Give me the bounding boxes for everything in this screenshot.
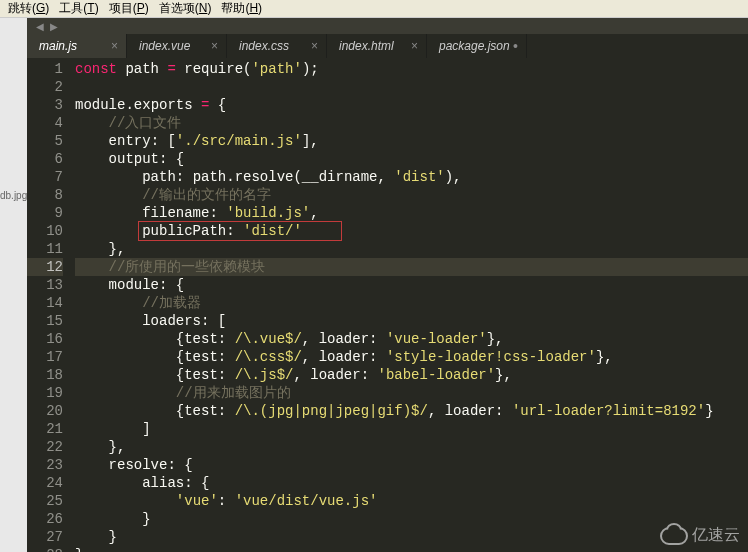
line-number: 14	[27, 294, 63, 312]
nav-back-icon[interactable]: ◀	[36, 21, 44, 32]
close-icon[interactable]: ×	[211, 39, 218, 53]
code-line[interactable]: {test: /\.(jpg|png|jpeg|gif)$/, loader: …	[75, 402, 748, 420]
code-line[interactable]: //加载器	[75, 294, 748, 312]
tab-nav-bar: ◀ ▶	[27, 18, 748, 34]
line-number: 27	[27, 528, 63, 546]
code-line[interactable]: //入口文件	[75, 114, 748, 132]
code-content[interactable]: const path = require('path');module.expo…	[75, 58, 748, 552]
nav-forward-icon[interactable]: ▶	[50, 21, 58, 32]
line-number: 11	[27, 240, 63, 258]
line-number: 20	[27, 402, 63, 420]
project-sidebar[interactable]: db.jpg	[0, 18, 27, 552]
line-number: 24	[27, 474, 63, 492]
code-line[interactable]: publicPath: 'dist/'	[75, 222, 748, 240]
code-line[interactable]: //用来加载图片的	[75, 384, 748, 402]
tab-label: main.js	[39, 39, 77, 53]
code-line[interactable]: }	[75, 510, 748, 528]
code-line[interactable]: }	[75, 528, 748, 546]
line-number: 28	[27, 546, 63, 552]
line-number: 15	[27, 312, 63, 330]
line-number: 25	[27, 492, 63, 510]
code-line[interactable]: {test: /\.css$/, loader: 'style-loader!c…	[75, 348, 748, 366]
tab-label: index.vue	[139, 39, 190, 53]
line-number: 22	[27, 438, 63, 456]
cloud-icon	[660, 527, 688, 545]
line-number: 17	[27, 348, 63, 366]
close-icon[interactable]: ×	[411, 39, 418, 53]
code-line[interactable]: ]	[75, 420, 748, 438]
code-line[interactable]: resolve: {	[75, 456, 748, 474]
code-line[interactable]: module.exports = {	[75, 96, 748, 114]
code-line[interactable]: output: {	[75, 150, 748, 168]
tab-index-vue[interactable]: index.vue×	[127, 34, 227, 58]
code-line[interactable]: {test: /\.vue$/, loader: 'vue-loader'},	[75, 330, 748, 348]
line-number: 7	[27, 168, 63, 186]
menu-item-g[interactable]: 跳转(G)	[4, 0, 53, 17]
code-line[interactable]: 'vue': 'vue/dist/vue.js'	[75, 492, 748, 510]
code-line[interactable]: loaders: [	[75, 312, 748, 330]
line-number: 10	[27, 222, 63, 240]
line-number: 5	[27, 132, 63, 150]
line-number: 4	[27, 114, 63, 132]
line-number: 18	[27, 366, 63, 384]
line-number: 9	[27, 204, 63, 222]
line-number: 19	[27, 384, 63, 402]
watermark: 亿速云	[660, 525, 740, 546]
tab-index-css[interactable]: index.css×	[227, 34, 327, 58]
line-number: 13	[27, 276, 63, 294]
menu-item-t[interactable]: 工具(T)	[55, 0, 102, 17]
close-icon[interactable]: ×	[311, 39, 318, 53]
tab-main-js[interactable]: main.js×	[27, 34, 127, 58]
code-line[interactable]: alias: {	[75, 474, 748, 492]
code-line[interactable]: path: path.resolve(__dirname, 'dist'),	[75, 168, 748, 186]
close-icon[interactable]: ×	[111, 39, 118, 53]
tab-bar: main.js×index.vue×index.css×index.html×p…	[27, 34, 748, 58]
line-number: 6	[27, 150, 63, 168]
code-line[interactable]: },	[75, 240, 748, 258]
line-number: 23	[27, 456, 63, 474]
code-line[interactable]: entry: ['./src/main.js'],	[75, 132, 748, 150]
menubar: 跳转(G)工具(T)项目(P)首选项(N)帮助(H)	[0, 0, 748, 18]
code-line[interactable]: }	[75, 546, 748, 552]
line-number: 3	[27, 96, 63, 114]
code-line[interactable]: {test: /\.js$/, loader: 'babel-loader'},	[75, 366, 748, 384]
line-number: 26	[27, 510, 63, 528]
line-number: 21	[27, 420, 63, 438]
code-line[interactable]: const path = require('path');	[75, 60, 748, 78]
code-line[interactable]: module: {	[75, 276, 748, 294]
modified-icon: •	[513, 39, 518, 53]
tab-label: index.html	[339, 39, 394, 53]
sidebar-file-item[interactable]: db.jpg	[0, 190, 27, 201]
code-line[interactable]: filename: 'build.js',	[75, 204, 748, 222]
watermark-text: 亿速云	[692, 525, 740, 546]
code-line[interactable]: //所使用的一些依赖模块	[75, 258, 748, 276]
code-line[interactable]: },	[75, 438, 748, 456]
tab-label: index.css	[239, 39, 289, 53]
line-number: 8	[27, 186, 63, 204]
line-number: 12	[27, 258, 63, 276]
tab-package-json[interactable]: package.json•	[427, 34, 527, 58]
code-line[interactable]	[75, 78, 748, 96]
menu-item-h[interactable]: 帮助(H)	[217, 0, 266, 17]
tab-label: package.json	[439, 39, 510, 53]
tab-index-html[interactable]: index.html×	[327, 34, 427, 58]
code-area[interactable]: 1234567891011121314151617181920212223242…	[27, 58, 748, 552]
line-gutter: 1234567891011121314151617181920212223242…	[27, 58, 75, 552]
line-number: 16	[27, 330, 63, 348]
line-number: 1	[27, 60, 63, 78]
code-line[interactable]: //输出的文件的名字	[75, 186, 748, 204]
editor-area: ◀ ▶ main.js×index.vue×index.css×index.ht…	[27, 18, 748, 552]
menu-item-n[interactable]: 首选项(N)	[155, 0, 216, 17]
menu-item-p[interactable]: 项目(P)	[105, 0, 153, 17]
line-number: 2	[27, 78, 63, 96]
